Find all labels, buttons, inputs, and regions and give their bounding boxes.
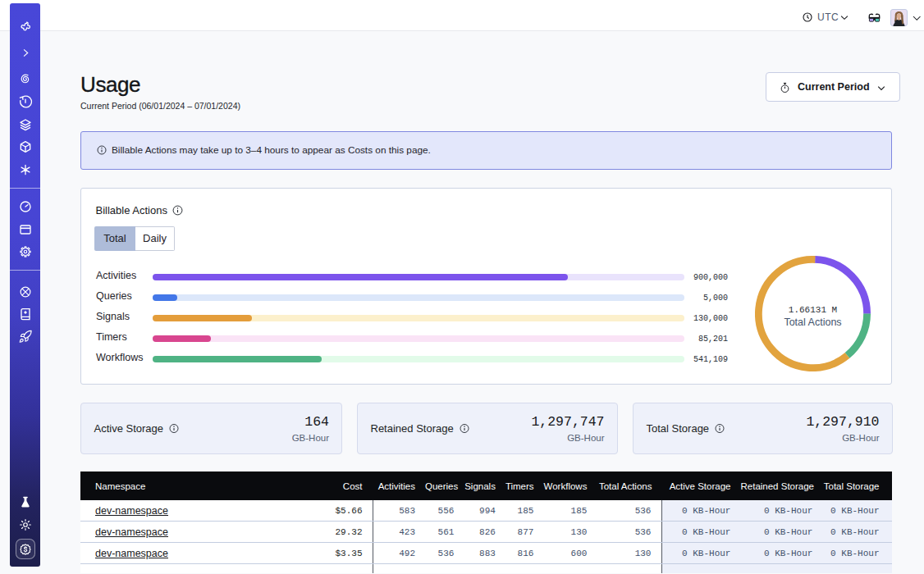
svg-text:Total Actions: Total Actions: [784, 317, 841, 328]
svg-text:1.66131 M: 1.66131 M: [788, 304, 836, 314]
